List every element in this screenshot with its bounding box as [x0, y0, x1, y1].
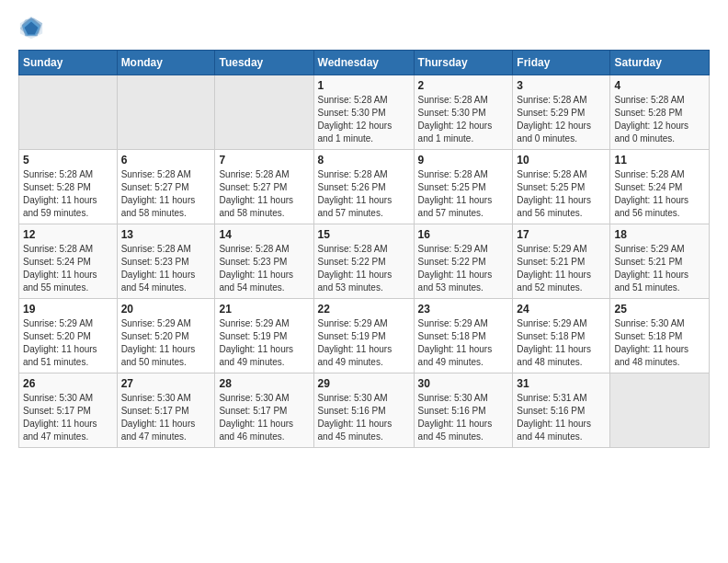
- calendar-cell: [610, 373, 710, 448]
- day-info: Sunrise: 5:29 AMSunset: 5:18 PMDaylight:…: [517, 317, 606, 369]
- calendar-cell: 31Sunrise: 5:31 AMSunset: 5:16 PMDayligh…: [513, 373, 610, 448]
- day-info: Sunrise: 5:29 AMSunset: 5:18 PMDaylight:…: [418, 317, 509, 369]
- calendar-cell: 25Sunrise: 5:30 AMSunset: 5:18 PMDayligh…: [610, 299, 710, 373]
- day-info: Sunrise: 5:29 AMSunset: 5:20 PMDaylight:…: [23, 317, 113, 369]
- week-row-3: 12Sunrise: 5:28 AMSunset: 5:24 PMDayligh…: [19, 224, 710, 299]
- day-number: 1: [318, 79, 410, 92]
- day-number: 4: [614, 79, 705, 92]
- day-number: 15: [318, 228, 410, 241]
- day-info: Sunrise: 5:31 AMSunset: 5:16 PMDaylight:…: [517, 392, 606, 443]
- day-info: Sunrise: 5:29 AMSunset: 5:20 PMDaylight:…: [121, 317, 211, 369]
- day-info: Sunrise: 5:29 AMSunset: 5:21 PMDaylight:…: [614, 243, 705, 294]
- week-row-5: 26Sunrise: 5:30 AMSunset: 5:17 PMDayligh…: [19, 373, 710, 448]
- day-number: 17: [517, 228, 606, 241]
- day-info: Sunrise: 5:28 AMSunset: 5:28 PMDaylight:…: [614, 94, 705, 145]
- day-number: 3: [517, 79, 606, 92]
- day-info: Sunrise: 5:28 AMSunset: 5:25 PMDaylight:…: [418, 168, 509, 220]
- calendar-cell: 29Sunrise: 5:30 AMSunset: 5:16 PMDayligh…: [313, 373, 414, 448]
- day-header-tuesday: Tuesday: [215, 51, 313, 75]
- day-number: 6: [121, 154, 211, 167]
- day-number: 18: [614, 228, 705, 241]
- day-number: 20: [121, 303, 211, 316]
- calendar-cell: 6Sunrise: 5:28 AMSunset: 5:27 PMDaylight…: [117, 150, 215, 224]
- logo: [18, 15, 48, 40]
- calendar-cell: 5Sunrise: 5:28 AMSunset: 5:28 PMDaylight…: [19, 150, 118, 224]
- week-row-4: 19Sunrise: 5:29 AMSunset: 5:20 PMDayligh…: [19, 299, 710, 373]
- calendar-cell: 22Sunrise: 5:29 AMSunset: 5:19 PMDayligh…: [313, 299, 414, 373]
- day-number: 5: [23, 154, 113, 167]
- day-header-wednesday: Wednesday: [313, 51, 414, 75]
- day-number: 25: [614, 303, 705, 316]
- week-row-2: 5Sunrise: 5:28 AMSunset: 5:28 PMDaylight…: [19, 150, 710, 224]
- day-number: 23: [418, 303, 509, 316]
- calendar-cell: 2Sunrise: 5:28 AMSunset: 5:30 PMDaylight…: [414, 75, 513, 150]
- calendar-cell: 3Sunrise: 5:28 AMSunset: 5:29 PMDaylight…: [513, 75, 610, 150]
- day-number: 19: [23, 303, 113, 316]
- day-info: Sunrise: 5:30 AMSunset: 5:17 PMDaylight:…: [23, 392, 113, 443]
- day-number: 12: [23, 228, 113, 241]
- day-info: Sunrise: 5:28 AMSunset: 5:29 PMDaylight:…: [517, 94, 606, 145]
- calendar-cell: 10Sunrise: 5:28 AMSunset: 5:25 PMDayligh…: [513, 150, 610, 224]
- calendar-cell: 28Sunrise: 5:30 AMSunset: 5:17 PMDayligh…: [215, 373, 313, 448]
- day-header-sunday: Sunday: [19, 51, 118, 75]
- day-number: 30: [418, 377, 509, 390]
- calendar-cell: 8Sunrise: 5:28 AMSunset: 5:26 PMDaylight…: [313, 150, 414, 224]
- calendar-cell: 23Sunrise: 5:29 AMSunset: 5:18 PMDayligh…: [414, 299, 513, 373]
- calendar-cell: 13Sunrise: 5:28 AMSunset: 5:23 PMDayligh…: [117, 224, 215, 299]
- calendar-cell: 18Sunrise: 5:29 AMSunset: 5:21 PMDayligh…: [610, 224, 710, 299]
- header: [18, 15, 710, 40]
- calendar-cell: 19Sunrise: 5:29 AMSunset: 5:20 PMDayligh…: [19, 299, 118, 373]
- calendar-cell: 14Sunrise: 5:28 AMSunset: 5:23 PMDayligh…: [215, 224, 313, 299]
- day-info: Sunrise: 5:30 AMSunset: 5:17 PMDaylight:…: [219, 392, 309, 443]
- calendar-cell: [215, 75, 313, 150]
- calendar-cell: 24Sunrise: 5:29 AMSunset: 5:18 PMDayligh…: [513, 299, 610, 373]
- calendar-cell: 30Sunrise: 5:30 AMSunset: 5:16 PMDayligh…: [414, 373, 513, 448]
- day-info: Sunrise: 5:28 AMSunset: 5:23 PMDaylight:…: [121, 243, 211, 294]
- day-info: Sunrise: 5:28 AMSunset: 5:30 PMDaylight:…: [318, 94, 410, 145]
- day-info: Sunrise: 5:28 AMSunset: 5:24 PMDaylight:…: [23, 243, 113, 294]
- day-info: Sunrise: 5:28 AMSunset: 5:27 PMDaylight:…: [121, 168, 211, 220]
- logo-icon: [18, 15, 44, 40]
- day-header-thursday: Thursday: [414, 51, 513, 75]
- day-number: 28: [219, 377, 309, 390]
- day-info: Sunrise: 5:30 AMSunset: 5:16 PMDaylight:…: [418, 392, 509, 443]
- day-header-saturday: Saturday: [610, 51, 710, 75]
- header-row: SundayMondayTuesdayWednesdayThursdayFrid…: [19, 51, 710, 75]
- day-number: 10: [517, 154, 606, 167]
- day-info: Sunrise: 5:28 AMSunset: 5:27 PMDaylight:…: [219, 168, 309, 220]
- day-info: Sunrise: 5:28 AMSunset: 5:25 PMDaylight:…: [517, 168, 606, 220]
- day-number: 11: [614, 154, 705, 167]
- day-number: 2: [418, 79, 509, 92]
- day-info: Sunrise: 5:30 AMSunset: 5:18 PMDaylight:…: [614, 317, 705, 369]
- day-header-friday: Friday: [513, 51, 610, 75]
- week-row-1: 1Sunrise: 5:28 AMSunset: 5:30 PMDaylight…: [19, 75, 710, 150]
- calendar-cell: 12Sunrise: 5:28 AMSunset: 5:24 PMDayligh…: [19, 224, 118, 299]
- day-info: Sunrise: 5:29 AMSunset: 5:22 PMDaylight:…: [418, 243, 509, 294]
- calendar-cell: 1Sunrise: 5:28 AMSunset: 5:30 PMDaylight…: [313, 75, 414, 150]
- day-number: 8: [318, 154, 410, 167]
- day-info: Sunrise: 5:28 AMSunset: 5:30 PMDaylight:…: [418, 94, 509, 145]
- calendar-cell: 4Sunrise: 5:28 AMSunset: 5:28 PMDaylight…: [610, 75, 710, 150]
- calendar-cell: 7Sunrise: 5:28 AMSunset: 5:27 PMDaylight…: [215, 150, 313, 224]
- day-number: 9: [418, 154, 509, 167]
- calendar-cell: [117, 75, 215, 150]
- day-info: Sunrise: 5:28 AMSunset: 5:26 PMDaylight:…: [318, 168, 410, 220]
- day-number: 27: [121, 377, 211, 390]
- day-number: 21: [219, 303, 309, 316]
- day-number: 26: [23, 377, 113, 390]
- day-info: Sunrise: 5:28 AMSunset: 5:24 PMDaylight:…: [614, 168, 705, 220]
- calendar-cell: 17Sunrise: 5:29 AMSunset: 5:21 PMDayligh…: [513, 224, 610, 299]
- calendar-cell: 16Sunrise: 5:29 AMSunset: 5:22 PMDayligh…: [414, 224, 513, 299]
- calendar-cell: 20Sunrise: 5:29 AMSunset: 5:20 PMDayligh…: [117, 299, 215, 373]
- day-info: Sunrise: 5:28 AMSunset: 5:22 PMDaylight:…: [318, 243, 410, 294]
- day-number: 14: [219, 228, 309, 241]
- day-info: Sunrise: 5:30 AMSunset: 5:16 PMDaylight:…: [318, 392, 410, 443]
- calendar-cell: 11Sunrise: 5:28 AMSunset: 5:24 PMDayligh…: [610, 150, 710, 224]
- day-info: Sunrise: 5:29 AMSunset: 5:19 PMDaylight:…: [318, 317, 410, 369]
- calendar-table: SundayMondayTuesdayWednesdayThursdayFrid…: [18, 50, 710, 448]
- day-header-monday: Monday: [117, 51, 215, 75]
- day-number: 31: [517, 377, 606, 390]
- calendar-cell: 21Sunrise: 5:29 AMSunset: 5:19 PMDayligh…: [215, 299, 313, 373]
- day-number: 24: [517, 303, 606, 316]
- calendar-cell: 15Sunrise: 5:28 AMSunset: 5:22 PMDayligh…: [313, 224, 414, 299]
